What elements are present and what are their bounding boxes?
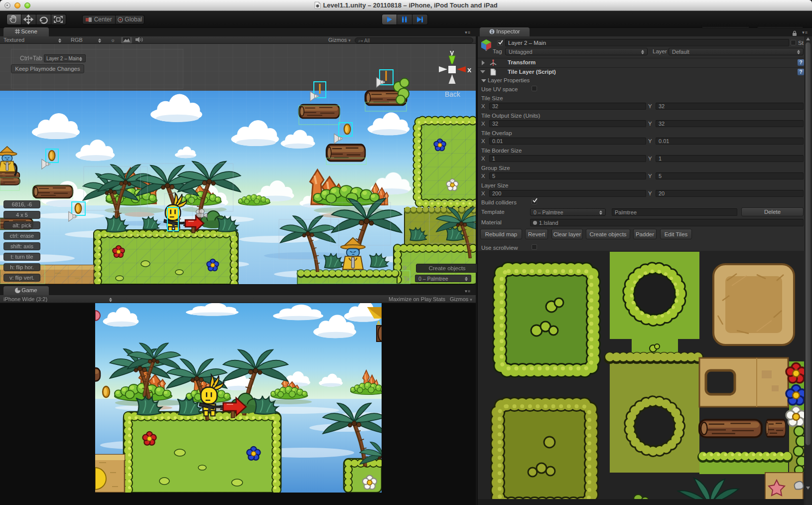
svg-text:x: x	[467, 65, 472, 74]
svg-text:A: A	[377, 320, 381, 326]
svg-text:y: y	[450, 48, 454, 56]
svg-text:Back: Back	[445, 90, 461, 98]
